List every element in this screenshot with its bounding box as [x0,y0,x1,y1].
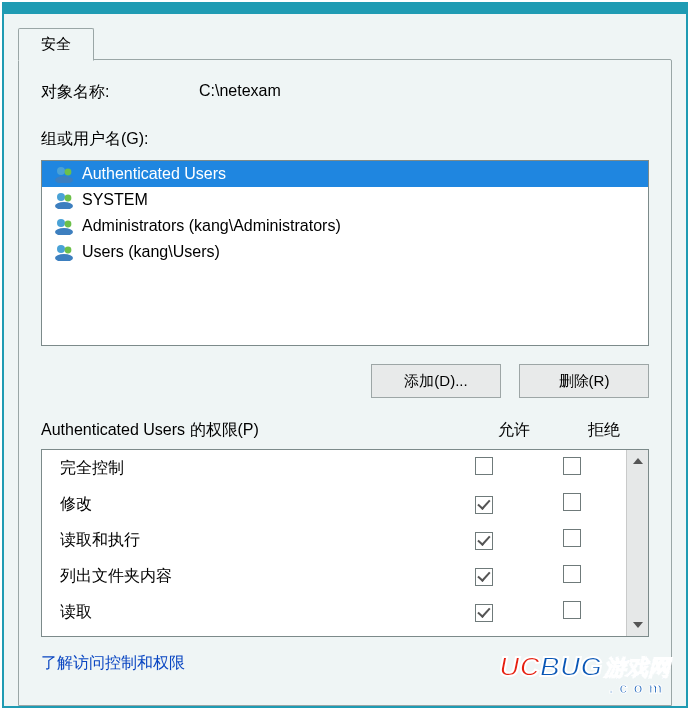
scroll-up-icon[interactable] [627,450,648,472]
svg-point-7 [65,221,72,228]
permissions-title: Authenticated Users 的权限(P) [41,420,469,441]
users-icon [54,243,76,261]
list-item-label: Authenticated Users [82,165,226,183]
permission-label: 修改 [60,494,440,515]
group-buttons-row: 添加(D)... 删除(R) [41,364,649,398]
svg-point-1 [65,169,72,176]
permissions-rows: 完全控制 修改 读取和执行 列出文件夹内 [42,450,626,636]
svg-point-8 [55,228,73,235]
learn-more-link[interactable]: 了解访问控制和权限 [41,653,649,674]
object-name-row: 对象名称: C:\netexam [41,82,649,103]
svg-point-6 [57,219,65,227]
svg-point-10 [65,247,72,254]
permissions-list: 完全控制 修改 读取和执行 列出文件夹内 [41,449,649,637]
object-name-value: C:\netexam [199,82,281,103]
list-item-label: Administrators (kang\Administrators) [82,217,341,235]
permission-row: 列出文件夹内容 [42,558,626,594]
deny-checkbox[interactable] [563,529,581,547]
deny-checkbox[interactable] [563,493,581,511]
list-item[interactable]: SYSTEM [42,187,648,213]
permission-label: 读取 [60,602,440,623]
allow-checkbox[interactable] [475,457,493,475]
list-item[interactable]: Administrators (kang\Administrators) [42,213,648,239]
deny-checkbox[interactable] [563,565,581,583]
permission-row: 读取 [42,594,626,630]
users-icon [54,191,76,209]
allow-checkbox[interactable] [475,604,493,622]
users-icon [54,217,76,235]
allow-checkbox[interactable] [475,496,493,514]
allow-checkbox[interactable] [475,532,493,550]
dialog-window: netexam 的权限 安全 对象名称: C:\netexam 组或用户名(G)… [2,2,688,708]
tab-security[interactable]: 安全 [18,28,94,61]
permission-row: 修改 [42,486,626,522]
svg-point-3 [57,193,65,201]
svg-point-0 [57,167,65,175]
deny-checkbox[interactable] [563,601,581,619]
permission-label: 完全控制 [60,458,440,479]
permission-label: 读取和执行 [60,530,440,551]
svg-point-5 [55,202,73,209]
titlebar: netexam 的权限 [4,4,686,14]
scroll-down-icon[interactable] [627,614,648,636]
permissions-scrollbar[interactable] [626,450,648,636]
permission-row: 读取和执行 [42,522,626,558]
groups-title: 组或用户名(G): [41,129,649,150]
list-item[interactable]: Authenticated Users [42,161,648,187]
object-name-label: 对象名称: [41,82,199,103]
list-item-label: Users (kang\Users) [82,243,220,261]
svg-point-9 [57,245,65,253]
list-item-label: SYSTEM [82,191,148,209]
users-icon [54,165,76,183]
column-allow: 允许 [469,420,559,441]
permission-label: 列出文件夹内容 [60,566,440,587]
tab-strip: 安全 [18,28,672,60]
column-deny: 拒绝 [559,420,649,441]
dialog-content: 安全 对象名称: C:\netexam 组或用户名(G): Authentica… [4,14,686,706]
deny-checkbox[interactable] [563,457,581,475]
svg-point-2 [55,176,73,183]
scroll-track[interactable] [627,472,648,614]
allow-checkbox[interactable] [475,568,493,586]
add-button[interactable]: 添加(D)... [371,364,501,398]
svg-point-4 [65,195,72,202]
remove-button[interactable]: 删除(R) [519,364,649,398]
svg-point-11 [55,254,73,261]
list-item[interactable]: Users (kang\Users) [42,239,648,265]
permission-row: 完全控制 [42,450,626,486]
tab-panel-security: 对象名称: C:\netexam 组或用户名(G): Authenticated… [18,59,672,706]
groups-listbox[interactable]: Authenticated Users SYSTEM Administrator… [41,160,649,346]
permissions-header: Authenticated Users 的权限(P) 允许 拒绝 [41,420,649,441]
